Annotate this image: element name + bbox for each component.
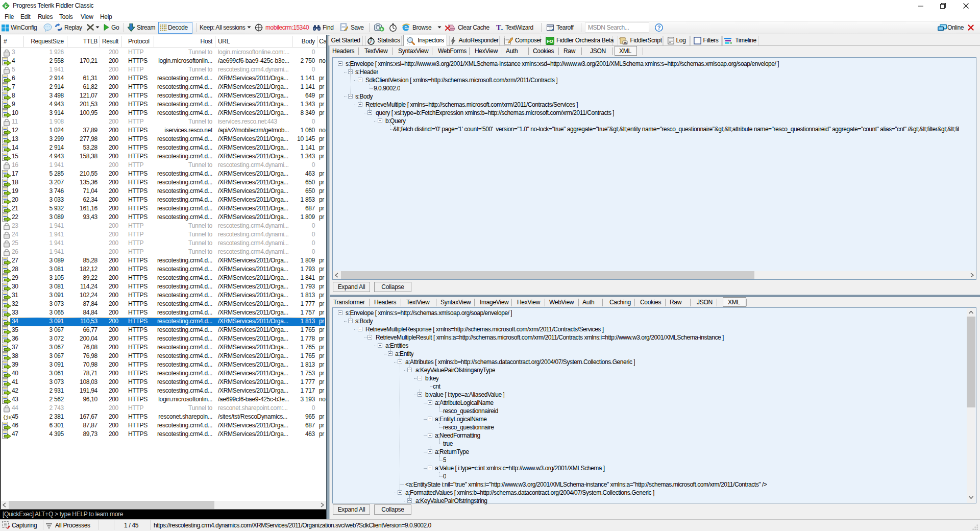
svg-text:?: ? [657,25,661,31]
svg-text:T: T [496,23,501,31]
svg-text:JS: JS [624,41,627,44]
svg-text:{js}: {js} [3,415,12,420]
svg-text:F: F [5,4,8,9]
svg-text:FO: FO [547,38,553,43]
